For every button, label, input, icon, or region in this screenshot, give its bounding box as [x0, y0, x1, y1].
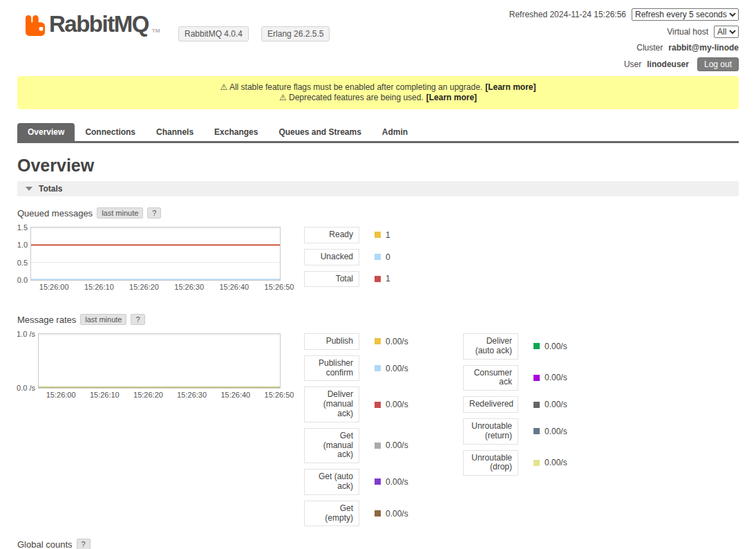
legend-label: Deliver (auto ack)	[463, 333, 518, 360]
rates-y-axis: 1.0 /s0.0 /s	[17, 333, 38, 389]
rates-plot-area	[38, 333, 281, 389]
deprecated-features-warning-text: ⚠ Deprecated features are being used.	[279, 93, 424, 102]
tab-bar: OverviewConnectionsChannelsExchangesQueu…	[17, 123, 739, 143]
legend-swatch	[375, 365, 381, 371]
legend-label: Unroutable (return)	[463, 418, 518, 445]
legend-swatch	[375, 510, 381, 517]
message-rates-section: 1.0 /s0.0 /s 15:26:0015:26:1015:26:2015:…	[17, 333, 739, 532]
tab-connections[interactable]: Connections	[75, 123, 146, 141]
rabbitmq-logo[interactable]: RabbitMQ TM	[25, 10, 160, 39]
legend-swatch	[533, 428, 540, 434]
rates-x-axis: 15:26:0015:26:1015:26:2015:26:3015:26:40…	[38, 391, 281, 401]
queued-x-axis: 15:26:0015:26:1015:26:2015:26:3015:26:40…	[30, 283, 281, 293]
x-tick-label: 15:26:10	[84, 283, 114, 291]
message-rates-chart: 1.0 /s0.0 /s 15:26:0015:26:1015:26:2015:…	[17, 333, 281, 401]
warning-banner: ⚠ All stable feature flags must be enabl…	[17, 76, 739, 109]
legend-value: 0.00/s	[545, 458, 567, 467]
chart-canvas	[31, 227, 280, 280]
x-tick-label: 15:26:40	[219, 283, 249, 291]
refresh-interval-select[interactable]: Refresh every 5 seconds	[632, 8, 739, 21]
tab-queues-and-streams[interactable]: Queues and Streams	[268, 123, 371, 141]
legend-swatch	[533, 402, 540, 408]
legend-value: 0.00/s	[545, 427, 567, 436]
legend-label: Unroutable (drop)	[463, 450, 518, 476]
legend-value: 0.00/s	[545, 400, 567, 409]
tab-channels[interactable]: Channels	[146, 123, 204, 141]
legend-label: Publisher confirm	[304, 355, 359, 382]
legend-row: Ready1	[304, 227, 390, 243]
legend-swatch	[533, 375, 540, 381]
legend-swatch	[375, 443, 381, 449]
queued-y-axis: 1.51.00.50.0	[17, 227, 30, 281]
legend-label: Consumer ack	[463, 365, 518, 391]
y-tick-label: 1.0 /s	[17, 330, 35, 338]
rates-help-button[interactable]: ?	[131, 314, 144, 325]
rabbitmq-logo-icon	[25, 14, 46, 37]
x-tick-label: 15:26:20	[129, 283, 159, 291]
legend-value: 1	[386, 274, 390, 283]
legend-value: 1	[386, 230, 390, 240]
y-tick-label: 1.5	[17, 223, 28, 232]
x-tick-label: 15:26:00	[46, 391, 76, 399]
legend-label: Total	[304, 271, 359, 288]
x-tick-label: 15:26:50	[265, 283, 294, 291]
x-tick-label: 15:26:20	[133, 391, 163, 399]
queued-range-badge[interactable]: last minute	[97, 207, 143, 218]
legend-row: Consumer ack0.00/s	[463, 365, 622, 391]
legend-row: Total1	[304, 271, 390, 288]
queued-messages-title: Queued messages	[17, 208, 93, 218]
x-tick-label: 15:26:40	[220, 391, 250, 399]
legend-swatch	[533, 460, 540, 466]
queued-messages-section: 1.51.00.50.0 15:26:0015:26:1015:26:2015:…	[17, 227, 739, 293]
global-help-button[interactable]: ?	[77, 539, 91, 549]
legend-label: Deliver (manual ack)	[304, 387, 359, 422]
legend-label: Get (manual ack)	[304, 428, 359, 463]
y-tick-label: 1.0	[17, 241, 28, 249]
legend-row: Get (empty)0.00/s	[304, 501, 463, 527]
message-rates-legend: Publish0.00/sPublisher confirm0.00/sDeli…	[304, 333, 622, 532]
erlang-version-badge: Erlang 26.2.5.5	[261, 26, 330, 41]
legend-swatch	[375, 402, 381, 408]
x-tick-label: 15:26:10	[90, 391, 120, 399]
deprecated-learn-more-link[interactable]: [Learn more]	[426, 93, 477, 102]
refreshed-timestamp: Refreshed 2024-11-24 15:26:56	[509, 10, 626, 19]
legend-row: Publisher confirm0.00/s	[304, 355, 463, 382]
rates-range-badge[interactable]: last minute	[80, 314, 126, 325]
deprecated-features-warning: ⚠ Deprecated features are being used.[Le…	[24, 93, 732, 103]
legend-label: Get (empty)	[304, 501, 359, 527]
legend-row: Redelivered0.00/s	[463, 396, 622, 413]
totals-section-header[interactable]: Totals	[17, 181, 739, 196]
x-tick-label: 15:26:30	[174, 283, 204, 291]
legend-value: 0.00/s	[386, 440, 408, 450]
legend-value: 0	[386, 252, 390, 262]
legend-label: Publish	[304, 333, 359, 350]
version-badges: RabbitMQ 4.0.4 Erlang 26.2.5.5	[178, 26, 330, 41]
tab-admin[interactable]: Admin	[372, 123, 418, 141]
legend-row: Publish0.00/s	[304, 333, 463, 350]
global-counts-header: Global counts ?	[17, 539, 739, 549]
tab-overview[interactable]: Overview	[17, 123, 75, 141]
logo-trademark: TM	[152, 28, 160, 34]
cluster-name: rabbit@my-linode	[668, 43, 739, 53]
y-tick-label: 0.5	[17, 259, 28, 267]
tab-exchanges[interactable]: Exchanges	[204, 123, 268, 141]
legend-row: Unroutable (return)0.00/s	[463, 418, 622, 445]
feature-flags-warning-text: ⚠ All stable feature flags must be enabl…	[220, 82, 482, 92]
y-tick-label: 0.0 /s	[17, 384, 35, 392]
queued-help-button[interactable]: ?	[147, 207, 161, 218]
logout-button[interactable]: Log out	[697, 57, 739, 71]
legend-value: 0.00/s	[545, 373, 567, 382]
legend-swatch	[375, 232, 381, 238]
legend-value: 0.00/s	[386, 509, 408, 519]
x-tick-label: 15:26:30	[177, 391, 207, 399]
legend-value: 0.00/s	[386, 477, 408, 487]
virtual-host-select[interactable]: All	[714, 26, 739, 38]
queued-messages-chart: 1.51.00.50.0 15:26:0015:26:1015:26:2015:…	[17, 227, 281, 293]
legend-swatch	[375, 478, 381, 485]
legend-row: Unacked0	[304, 249, 390, 266]
feature-flags-learn-more-link[interactable]: [Learn more]	[485, 82, 536, 92]
user-label: User	[624, 59, 641, 69]
legend-value: 0.00/s	[386, 364, 408, 373]
legend-row: Unroutable (drop)0.00/s	[463, 450, 622, 476]
virtual-host-label: Virtual host	[667, 27, 708, 37]
